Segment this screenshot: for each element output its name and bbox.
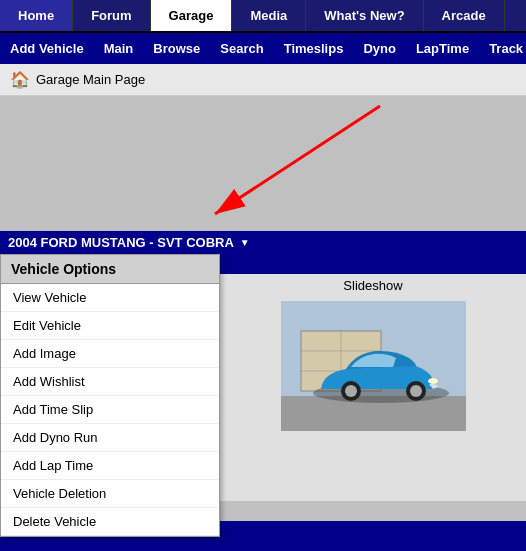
dropdown-add-image[interactable]: Add Image [1, 340, 219, 368]
svg-line-1 [215, 106, 380, 214]
main-content: 2004 FORD MUSTANG - SVT COBRA ▼ Vehicle … [0, 96, 526, 551]
dropdown-add-dyno-run[interactable]: Add Dyno Run [1, 424, 219, 452]
nav-add-vehicle[interactable]: Add Vehicle [0, 37, 94, 60]
nav-whats-new[interactable]: What's New? [306, 0, 423, 31]
svg-point-13 [428, 378, 438, 384]
breadcrumb: 🏠 Garage Main Page [0, 64, 526, 96]
dropdown-add-lap-time[interactable]: Add Lap Time [1, 452, 219, 480]
nav-media[interactable]: Media [232, 0, 306, 31]
vehicle-name: 2004 FORD MUSTANG - SVT COBRA [8, 235, 234, 250]
top-navigation: Home Forum Garage Media What's New? Arca… [0, 0, 526, 33]
dropdown-vehicle-deletion[interactable]: Vehicle Deletion [1, 480, 219, 508]
dropdown-header: Vehicle Options [1, 255, 219, 284]
breadcrumb-label: Garage Main Page [36, 72, 145, 87]
nav-timeslips[interactable]: Timeslips [274, 37, 354, 60]
nav-main[interactable]: Main [94, 37, 144, 60]
vehicle-bar[interactable]: 2004 FORD MUSTANG - SVT COBRA ▼ [0, 231, 526, 254]
nav-search[interactable]: Search [210, 37, 273, 60]
slideshow-label: Slideshow [220, 274, 526, 297]
nav-arcade[interactable]: Arcade [424, 0, 505, 31]
nav-track[interactable]: Track [479, 37, 526, 60]
car-image [281, 301, 466, 431]
nav-garage[interactable]: Garage [151, 0, 233, 31]
nav-dyno[interactable]: Dyno [353, 37, 406, 60]
second-navigation: Add Vehicle Main Browse Search Timeslips… [0, 33, 526, 64]
red-arrow-icon [100, 96, 410, 226]
svg-point-12 [410, 385, 422, 397]
dropdown-edit-vehicle[interactable]: Edit Vehicle [1, 312, 219, 340]
nav-laptime[interactable]: LapTime [406, 37, 479, 60]
nav-home[interactable]: Home [0, 0, 73, 31]
dropdown-view-vehicle[interactable]: View Vehicle [1, 284, 219, 312]
svg-point-10 [345, 385, 357, 397]
arrow-area [0, 96, 526, 231]
dropdown-delete-vehicle[interactable]: Delete Vehicle [1, 508, 219, 536]
nav-forum[interactable]: Forum [73, 0, 150, 31]
slideshow-bar [220, 254, 526, 274]
dropdown-add-wishlist[interactable]: Add Wishlist [1, 368, 219, 396]
home-icon: 🏠 [10, 70, 30, 89]
nav-browse[interactable]: Browse [143, 37, 210, 60]
dropdown-add-time-slip[interactable]: Add Time Slip [1, 396, 219, 424]
dropdown-menu: Vehicle Options View Vehicle Edit Vehicl… [0, 254, 220, 537]
dropdown-arrow-icon: ▼ [240, 237, 250, 248]
